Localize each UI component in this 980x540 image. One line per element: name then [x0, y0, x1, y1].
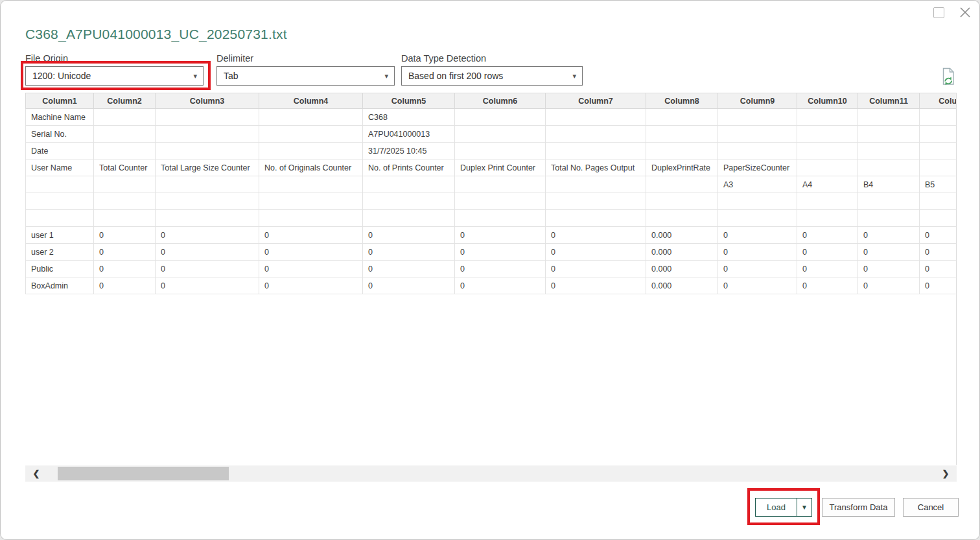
- table-cell: 0: [259, 244, 363, 261]
- table-cell: Duplex Print Counter: [455, 159, 546, 176]
- table-cell: 0: [94, 277, 156, 294]
- column-header: Column4: [259, 93, 363, 109]
- table-cell: 0: [156, 227, 259, 244]
- table-cell: Total No. Pages Output: [546, 159, 646, 176]
- table-row: BoxAdmin0000000.0000000: [26, 277, 957, 294]
- table-cell: [920, 126, 957, 143]
- table-row: Public0000000.0000000: [26, 261, 957, 277]
- close-icon[interactable]: [959, 6, 972, 19]
- data-type-detection-value: Based on first 200 rows: [408, 71, 503, 81]
- table-cell: 0: [718, 277, 797, 294]
- table-cell: [646, 193, 718, 210]
- table-cell: [156, 193, 259, 210]
- table-cell: No. of Originals Counter: [259, 159, 363, 176]
- column-header: Column10: [797, 93, 858, 109]
- table-cell: [546, 109, 646, 126]
- table-cell: [455, 126, 546, 143]
- table-cell: 0: [363, 261, 455, 277]
- table-cell: 0: [858, 227, 920, 244]
- table-cell: Serial No.: [26, 126, 94, 143]
- table-cell: 0.000: [646, 261, 718, 277]
- table-cell: 0: [94, 227, 156, 244]
- table-cell: 0: [363, 227, 455, 244]
- table-cell: [920, 193, 957, 210]
- table-cell: [797, 159, 858, 176]
- table-cell: [455, 193, 546, 210]
- load-options-dropdown[interactable]: ▼: [797, 499, 811, 516]
- scrollbar-thumb[interactable]: [58, 467, 229, 480]
- column-header: Column1: [26, 93, 94, 109]
- table-cell: 0.000: [646, 277, 718, 294]
- table-cell: No. of Prints Counter: [363, 159, 455, 176]
- table-cell: 0: [718, 244, 797, 261]
- table-cell: 0: [455, 261, 546, 277]
- table-cell: [455, 143, 546, 159]
- table-cell: 0: [920, 277, 957, 294]
- delimiter-value: Tab: [224, 71, 239, 81]
- table-cell: [858, 193, 920, 210]
- table-cell: 0.000: [646, 227, 718, 244]
- table-row: [26, 193, 957, 210]
- data-type-detection-select[interactable]: Based on first 200 rows ▾: [401, 66, 583, 86]
- load-button[interactable]: Load: [756, 499, 797, 516]
- table-cell: 0: [259, 277, 363, 294]
- table-cell: [646, 143, 718, 159]
- table-cell: [858, 109, 920, 126]
- table-cell: [646, 109, 718, 126]
- column-header: Column7: [546, 93, 646, 109]
- table-cell: 0.000: [646, 244, 718, 261]
- table-cell: 0: [363, 277, 455, 294]
- table-cell: [455, 210, 546, 227]
- table-cell: Total Counter: [94, 159, 156, 176]
- table-cell: [156, 126, 259, 143]
- table-cell: C368: [363, 109, 455, 126]
- table-cell: [156, 176, 259, 193]
- table-cell: [797, 210, 858, 227]
- table-cell: [259, 210, 363, 227]
- delimiter-label: Delimiter: [216, 53, 253, 64]
- table-cell: [26, 193, 94, 210]
- table-cell: [797, 143, 858, 159]
- table-cell: Public: [26, 261, 94, 277]
- table-cell: 0: [858, 277, 920, 294]
- column-header: Column8: [646, 93, 718, 109]
- table-cell: 0: [363, 244, 455, 261]
- table-cell: A3: [718, 176, 797, 193]
- transform-data-button[interactable]: Transform Data: [822, 498, 895, 517]
- cancel-button[interactable]: Cancel: [903, 498, 959, 517]
- column-header: Column5: [363, 93, 455, 109]
- table-cell: 0: [455, 244, 546, 261]
- table-cell: user 2: [26, 244, 94, 261]
- scroll-left-icon[interactable]: ❮: [27, 465, 46, 482]
- table-cell: BoxAdmin: [26, 277, 94, 294]
- table-cell: 0: [94, 244, 156, 261]
- table-cell: 0: [455, 227, 546, 244]
- table-cell: [797, 193, 858, 210]
- table-cell: Machine Name: [26, 109, 94, 126]
- table-cell: 0: [546, 261, 646, 277]
- refresh-preview-icon[interactable]: [940, 67, 956, 86]
- scroll-right-icon[interactable]: ❯: [936, 465, 955, 482]
- window-controls: [933, 6, 972, 19]
- table-cell: [646, 210, 718, 227]
- horizontal-scrollbar[interactable]: ❮ ❯: [25, 465, 957, 482]
- table-cell: Date: [26, 143, 94, 159]
- table-cell: 0: [718, 261, 797, 277]
- data-preview-grid: Column1Column2Column3Column4Column5Colum…: [25, 93, 957, 465]
- table-cell: user 1: [26, 227, 94, 244]
- table-cell: [94, 109, 156, 126]
- table-cell: [718, 193, 797, 210]
- table-cell: [363, 210, 455, 227]
- table-cell: Total Large Size Counter: [156, 159, 259, 176]
- column-header: Column2: [94, 93, 156, 109]
- maximize-icon[interactable]: [933, 7, 944, 18]
- table-cell: PaperSizeCounter: [718, 159, 797, 176]
- delimiter-select[interactable]: Tab ▾: [216, 66, 395, 86]
- table-cell: [94, 176, 156, 193]
- table-cell: [26, 176, 94, 193]
- table-cell: 0: [797, 261, 858, 277]
- table-cell: [718, 210, 797, 227]
- table-cell: [259, 126, 363, 143]
- file-origin-select[interactable]: 1200: Unicode ▾: [25, 66, 204, 86]
- table-cell: [259, 109, 363, 126]
